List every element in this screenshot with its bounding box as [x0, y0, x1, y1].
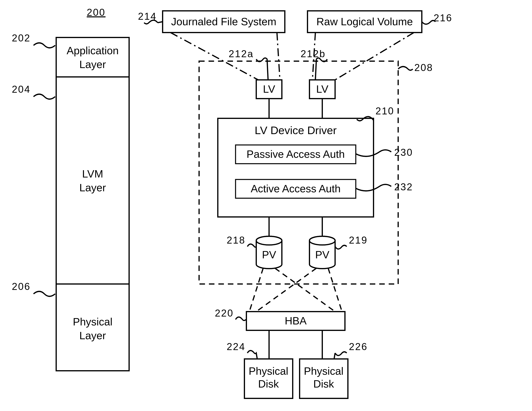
pv-hba-crosslinks [249, 268, 342, 312]
svg-text:220: 220 [215, 308, 234, 319]
svg-text:Physical: Physical [248, 365, 288, 377]
svg-text:210: 210 [376, 106, 394, 117]
physical-disk-a: Physical Disk [244, 359, 293, 398]
svg-point-25 [256, 236, 282, 245]
journaled-file-system-box: Journaled File System [163, 11, 285, 32]
svg-text:LV: LV [263, 83, 275, 95]
svg-text:218: 218 [227, 235, 245, 246]
application-layer-box [56, 38, 129, 77]
svg-point-29 [309, 236, 335, 245]
application-layer-label-2: Layer [79, 58, 106, 70]
svg-text:208: 208 [414, 62, 433, 73]
ref-lead-214: 214 [138, 11, 163, 24]
ref-lead-202: 202 [12, 32, 55, 48]
layer-stack: Application Layer LVM Layer Physical Lay… [56, 38, 129, 371]
svg-text:HBA: HBA [285, 315, 306, 327]
svg-text:Raw Logical Volume: Raw Logical Volume [316, 16, 413, 27]
physical-layer-label-2: Layer [79, 330, 106, 341]
svg-text:Passive Access Auth: Passive Access Auth [247, 148, 345, 160]
svg-text:PV: PV [262, 249, 276, 261]
lvm-layer-box [56, 77, 129, 284]
ref-lead-219: 219 [335, 235, 368, 249]
ref-lead-224: 224 [227, 341, 257, 359]
svg-text:Active Access Auth: Active Access Auth [251, 183, 341, 195]
svg-text:LV: LV [316, 83, 328, 95]
svg-text:PV: PV [315, 249, 329, 261]
ref-lead-206: 206 [12, 281, 55, 296]
jfs-to-lv-lines [171, 32, 280, 80]
ref-lead-216: 216 [422, 12, 452, 24]
svg-text:212b: 212b [301, 48, 326, 59]
figure-ref-label: 200 [87, 7, 105, 18]
hba-box: HBA [246, 312, 345, 330]
pv-cylinder-b: PV [309, 236, 335, 269]
svg-text:230: 230 [394, 147, 413, 158]
pv-cylinder-a: PV [256, 236, 282, 269]
lv-device-driver-box: LV Device Driver Passive Access Auth Act… [218, 118, 373, 217]
svg-text:224: 224 [227, 341, 245, 352]
svg-text:204: 204 [12, 84, 30, 95]
ref-lead-220: 220 [215, 308, 246, 321]
svg-text:LV Device Driver: LV Device Driver [255, 124, 337, 137]
ref-lead-208: 208 [398, 62, 433, 73]
ref-lead-204: 204 [12, 84, 55, 99]
svg-text:Physical: Physical [304, 365, 343, 377]
svg-text:Journaled File System: Journaled File System [171, 16, 276, 27]
application-layer-label-1: Application [67, 45, 119, 56]
physical-layer-label-1: Physical [73, 316, 112, 328]
ref-lead-212a: 212a [229, 48, 268, 80]
ref-lead-226: 226 [334, 341, 368, 359]
lvm-layer-label-1: LVM [82, 168, 103, 180]
physical-disk-b: Physical Disk [300, 359, 348, 398]
svg-text:200: 200 [87, 7, 105, 18]
raw-logical-volume-box: Raw Logical Volume [307, 11, 422, 32]
svg-text:216: 216 [434, 12, 452, 23]
ref-lead-218: 218 [227, 235, 256, 247]
svg-text:219: 219 [349, 235, 368, 246]
svg-text:232: 232 [394, 181, 413, 193]
svg-text:Disk: Disk [314, 378, 334, 390]
svg-text:226: 226 [349, 341, 368, 352]
svg-text:Disk: Disk [258, 378, 279, 390]
svg-text:206: 206 [12, 281, 30, 292]
svg-line-43 [334, 353, 335, 359]
lv-box-a: LV [256, 80, 282, 99]
lvm-layer-label-2: Layer [79, 182, 106, 194]
svg-text:202: 202 [12, 32, 30, 44]
svg-text:212a: 212a [229, 48, 254, 59]
lv-box-b: LV [309, 80, 335, 99]
